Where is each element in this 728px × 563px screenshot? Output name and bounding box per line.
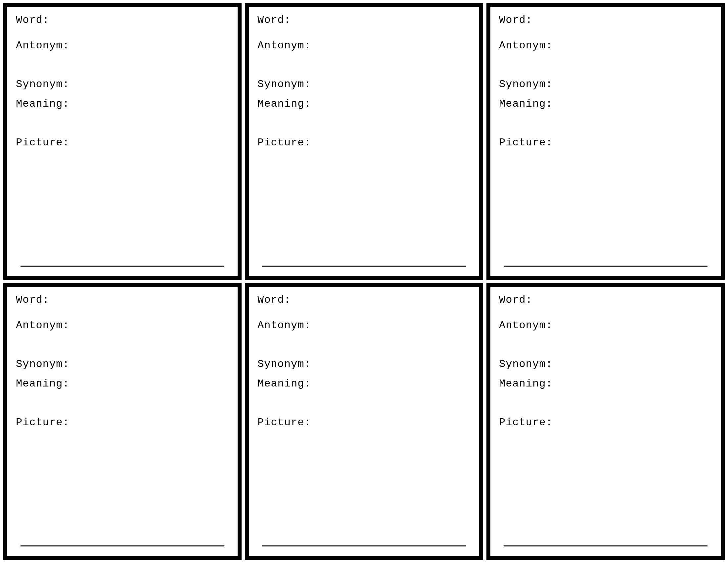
antonym-label: Antonym: [499, 319, 712, 332]
synonym-label: Synonym: [257, 358, 471, 370]
divider-line: ___________________________ [499, 370, 712, 375]
bottom-rule [21, 545, 224, 546]
picture-label: Picture: [257, 136, 471, 149]
antonym-label: Antonym: [16, 39, 229, 52]
vocab-card: Word: Antonym: Synonym: ________________… [3, 283, 242, 560]
word-label: Word: [257, 14, 471, 26]
synonym-label: Synonym: [16, 78, 229, 90]
divider-line: ___________________________ [499, 90, 712, 95]
picture-label: Picture: [499, 416, 712, 429]
worksheet-grid: Word: Antonym: Synonym: ________________… [0, 0, 728, 563]
bottom-rule [262, 545, 466, 546]
word-label: Word: [257, 294, 471, 306]
bottom-rule [262, 265, 466, 266]
vocab-card: Word: Antonym: Synonym: ________________… [486, 283, 725, 560]
meaning-label: Meaning: [257, 378, 471, 390]
meaning-label: Meaning: [499, 98, 712, 110]
divider-line: ___________________________ [257, 370, 471, 375]
bottom-rule [21, 265, 224, 266]
word-label: Word: [16, 294, 229, 306]
synonym-label: Synonym: [499, 78, 712, 90]
antonym-label: Antonym: [16, 319, 229, 332]
meaning-label: Meaning: [16, 98, 229, 110]
meaning-label: Meaning: [16, 378, 229, 390]
vocab-card: Word: Antonym: Synonym: ________________… [245, 3, 483, 280]
meaning-label: Meaning: [499, 378, 712, 390]
bottom-rule [504, 545, 707, 546]
synonym-label: Synonym: [257, 78, 471, 90]
vocab-card: Word: Antonym: Synonym: ________________… [486, 3, 725, 280]
divider-line: ___________________________ [257, 90, 471, 95]
word-label: Word: [16, 14, 229, 26]
antonym-label: Antonym: [257, 319, 471, 332]
antonym-label: Antonym: [499, 39, 712, 52]
word-label: Word: [499, 294, 712, 306]
picture-label: Picture: [16, 136, 229, 149]
bottom-rule [504, 265, 707, 266]
divider-line: ___________________________ [16, 90, 229, 95]
word-label: Word: [499, 14, 712, 26]
synonym-label: Synonym: [16, 358, 229, 370]
vocab-card: Word: Antonym: Synonym: ________________… [3, 3, 242, 280]
antonym-label: Antonym: [257, 39, 471, 52]
synonym-label: Synonym: [499, 358, 712, 370]
picture-label: Picture: [257, 416, 471, 429]
picture-label: Picture: [16, 416, 229, 429]
vocab-card: Word: Antonym: Synonym: ________________… [245, 283, 483, 560]
meaning-label: Meaning: [257, 98, 471, 110]
picture-label: Picture: [499, 136, 712, 149]
divider-line: ___________________________ [16, 370, 229, 375]
